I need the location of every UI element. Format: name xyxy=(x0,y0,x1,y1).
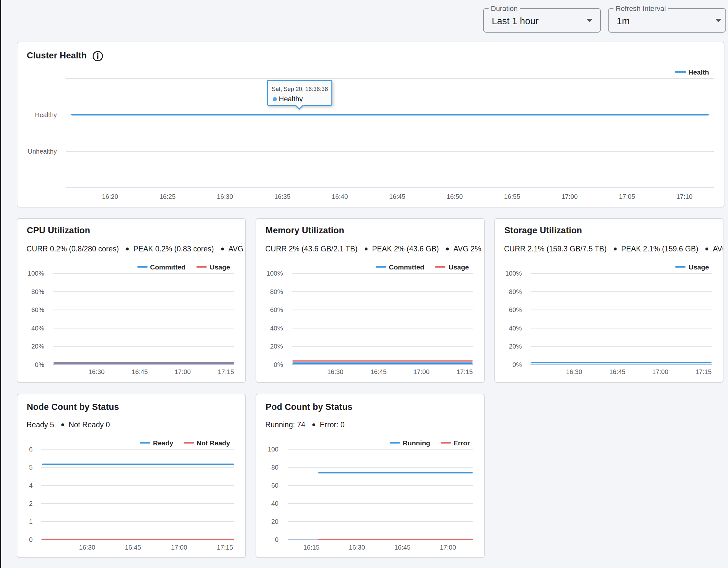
svg-text:80%: 80% xyxy=(270,288,283,295)
svg-text:0%: 0% xyxy=(512,361,522,368)
svg-text:4: 4 xyxy=(29,482,33,489)
svg-text:80%: 80% xyxy=(31,288,44,295)
svg-text:16:30: 16:30 xyxy=(88,368,105,375)
svg-text:80%: 80% xyxy=(509,288,522,295)
svg-text:5: 5 xyxy=(29,464,33,471)
svg-text:Health: Health xyxy=(688,68,709,76)
svg-text:Usage: Usage xyxy=(689,263,709,271)
svg-text:16:55: 16:55 xyxy=(504,193,520,200)
svg-text:100%: 100% xyxy=(267,270,283,277)
svg-text:16:45: 16:45 xyxy=(132,368,148,375)
svg-text:17:05: 17:05 xyxy=(619,193,635,200)
svg-text:16:35: 16:35 xyxy=(274,193,290,200)
svg-text:16:30: 16:30 xyxy=(327,368,343,375)
svg-text:16:30: 16:30 xyxy=(79,544,95,551)
svg-text:2: 2 xyxy=(29,500,33,507)
svg-text:60%: 60% xyxy=(509,306,522,313)
svg-text:60%: 60% xyxy=(31,306,44,313)
svg-text:100%: 100% xyxy=(505,270,522,277)
svg-text:17:00: 17:00 xyxy=(171,544,187,551)
svg-text:16:45: 16:45 xyxy=(609,368,625,375)
svg-text:0: 0 xyxy=(275,536,278,543)
svg-text:20%: 20% xyxy=(31,343,44,350)
svg-text:17:15: 17:15 xyxy=(695,368,712,375)
svg-text:16:45: 16:45 xyxy=(370,368,387,375)
svg-text:0: 0 xyxy=(29,536,33,543)
svg-text:16:30: 16:30 xyxy=(349,544,365,551)
svg-text:17:00: 17:00 xyxy=(652,368,668,375)
svg-text:Running: Running xyxy=(403,439,430,447)
svg-text:16:45: 16:45 xyxy=(394,544,410,551)
svg-text:40%: 40% xyxy=(270,325,283,332)
svg-text:16:25: 16:25 xyxy=(159,193,176,200)
svg-text:Committed: Committed xyxy=(389,263,424,271)
svg-text:6: 6 xyxy=(29,446,33,453)
svg-text:Healthy: Healthy xyxy=(35,111,57,118)
svg-text:17:00: 17:00 xyxy=(175,368,191,375)
svg-text:16:45: 16:45 xyxy=(389,193,405,200)
svg-text:16:45: 16:45 xyxy=(125,544,141,551)
svg-text:Not Ready: Not Ready xyxy=(197,439,230,447)
svg-text:17:00: 17:00 xyxy=(413,368,430,375)
svg-text:16:15: 16:15 xyxy=(303,544,319,551)
svg-text:60%: 60% xyxy=(270,306,283,313)
svg-text:1: 1 xyxy=(29,518,33,525)
svg-text:Usage: Usage xyxy=(210,263,230,271)
svg-text:16:30: 16:30 xyxy=(566,368,582,375)
svg-text:40%: 40% xyxy=(31,325,44,332)
svg-text:40: 40 xyxy=(271,500,278,507)
svg-text:Usage: Usage xyxy=(449,263,469,271)
svg-text:Unhealthy: Unhealthy xyxy=(28,148,57,155)
svg-text:0%: 0% xyxy=(274,361,283,368)
svg-text:17:00: 17:00 xyxy=(440,544,456,551)
svg-text:80: 80 xyxy=(271,464,278,471)
svg-text:100%: 100% xyxy=(28,270,44,277)
svg-text:0%: 0% xyxy=(35,361,44,368)
svg-text:20%: 20% xyxy=(270,343,283,350)
svg-text:20%: 20% xyxy=(509,343,522,350)
svg-text:16:30: 16:30 xyxy=(217,193,233,200)
svg-text:40%: 40% xyxy=(509,325,522,332)
svg-text:60: 60 xyxy=(271,482,278,489)
svg-text:17:15: 17:15 xyxy=(218,368,234,375)
svg-text:Ready: Ready xyxy=(153,439,173,447)
svg-text:100: 100 xyxy=(268,446,278,453)
svg-text:16:50: 16:50 xyxy=(447,193,463,200)
svg-text:20: 20 xyxy=(271,518,278,525)
svg-text:16:20: 16:20 xyxy=(102,193,118,200)
svg-text:Error: Error xyxy=(453,439,470,447)
svg-text:16:40: 16:40 xyxy=(332,193,348,200)
svg-text:17:15: 17:15 xyxy=(217,544,233,551)
svg-text:Committed: Committed xyxy=(150,263,186,271)
svg-text:17:00: 17:00 xyxy=(561,193,578,200)
svg-text:17:10: 17:10 xyxy=(676,193,693,200)
svg-text:17:15: 17:15 xyxy=(457,368,473,375)
